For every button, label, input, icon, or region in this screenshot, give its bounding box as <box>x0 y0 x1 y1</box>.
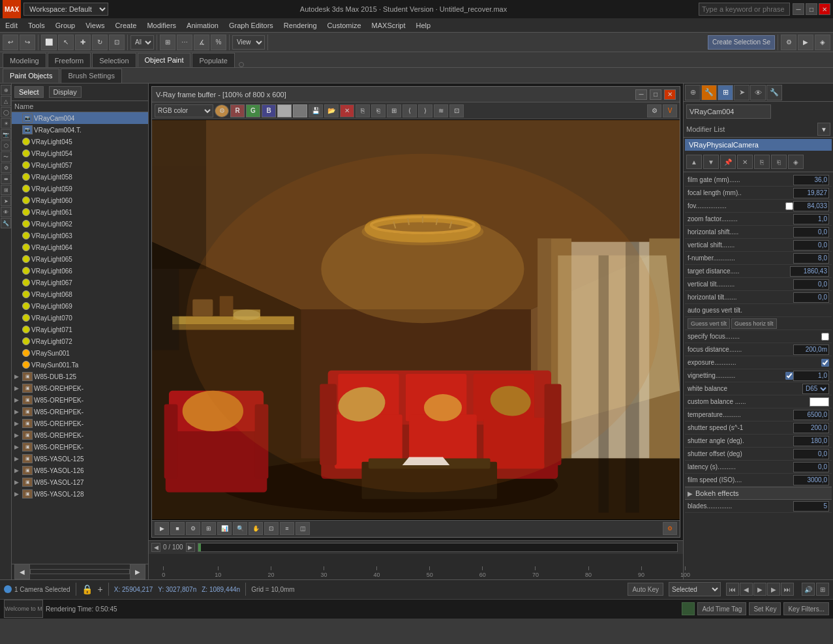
settings-button[interactable]: ⚙ <box>647 104 661 117</box>
list-item[interactable]: ▶ ▣ W85-OREHPEK- <box>12 382 148 394</box>
expander-icon[interactable]: ▶ <box>14 455 22 462</box>
select-all-button[interactable]: ⬜ <box>41 35 57 50</box>
param-focal-length-input[interactable] <box>793 188 829 198</box>
snap-button[interactable]: ⊞ <box>160 35 175 50</box>
tab-selection[interactable]: Selection <box>92 53 136 67</box>
menu-item-group[interactable]: Group <box>50 18 81 33</box>
fb-channel-button[interactable]: ⊞ <box>202 522 216 535</box>
list-item[interactable]: ▶ ▣ W85-YASOL-126 <box>12 465 148 476</box>
param-fov-input[interactable] <box>793 201 829 211</box>
list-item[interactable]: ▶ ▣ W85-OREHPEK- <box>12 441 148 453</box>
render-region-button[interactable]: ⊡ <box>449 104 464 117</box>
helpers-icon[interactable]: ⬡ <box>1 140 11 151</box>
guess-vert-tilt-button[interactable]: Guess vert tilt <box>688 318 730 329</box>
scale-button[interactable]: ⊡ <box>109 35 125 50</box>
menu-item-modifiers[interactable]: Modifiers <box>142 18 181 33</box>
workspace-selector[interactable]: Workspace: Default <box>23 3 108 16</box>
utilities-icon[interactable]: 🔧 <box>1 218 11 228</box>
geometry-icon[interactable]: △ <box>1 96 11 106</box>
modifier-icon[interactable]: ⬌ <box>1 174 11 184</box>
vray-logo-button[interactable]: V <box>663 104 677 117</box>
list-item[interactable]: VRayLight071 <box>12 324 148 335</box>
param-shutter-speed-input[interactable] <box>793 423 829 433</box>
channel-b-button[interactable]: B <box>262 104 276 117</box>
list-item[interactable]: ▶ ▣ W85-OREHPEK- <box>12 406 148 418</box>
param-zoom-input[interactable] <box>793 214 829 224</box>
redo-button[interactable]: ↪ <box>20 35 35 50</box>
tab-object-paint[interactable]: Object Paint <box>138 53 191 67</box>
param-vtilt-input[interactable] <box>793 279 829 290</box>
param-tool-paste[interactable]: ⎗ <box>771 155 787 169</box>
list-item[interactable]: VRayLight064 <box>12 241 148 253</box>
param-vignetting-input[interactable] <box>793 371 829 381</box>
list-item[interactable]: ▶ ▣ W85-DUB-125 <box>12 371 148 382</box>
circle-btn-1[interactable] <box>277 104 292 117</box>
undo-button[interactable]: ↩ <box>3 35 18 50</box>
fb-options-button[interactable]: ⚙ <box>186 522 200 535</box>
channel-r-button[interactable]: R <box>230 104 245 117</box>
shape-icon[interactable]: ◯ <box>1 107 11 117</box>
scene-panel-scrollbar[interactable] <box>30 569 130 574</box>
display-icon[interactable]: 👁 <box>1 207 11 217</box>
param-vignetting-checkbox[interactable] <box>785 372 793 380</box>
key-filters-button[interactable]: Key Filters... <box>783 602 829 615</box>
menu-item-graph-editors[interactable]: Graph Editors <box>224 18 279 33</box>
param-fdist-input[interactable] <box>793 345 829 355</box>
list-item[interactable]: VRayLight070 <box>12 312 148 324</box>
param-tool-move-down[interactable]: ▼ <box>703 155 719 169</box>
menu-item-customize[interactable]: Customize <box>322 18 367 33</box>
param-tool-pin[interactable]: 📌 <box>720 155 736 169</box>
fb-compare-button[interactable]: ◫ <box>295 522 310 535</box>
param-tool-make-unique[interactable]: ◈ <box>788 155 804 169</box>
scene-panel-nav-left[interactable]: ◀ <box>14 564 30 579</box>
expander-icon[interactable]: ▶ <box>14 491 22 497</box>
param-shutter-angle-input[interactable] <box>793 436 829 446</box>
tab-paint-objects[interactable]: Paint Objects <box>3 69 59 83</box>
fb-histogram-button[interactable]: 📊 <box>217 522 232 535</box>
list-item[interactable]: VRayLight060 <box>12 194 148 206</box>
create-selection-button[interactable]: Create Selection Se <box>708 35 775 50</box>
maximize-button[interactable]: □ <box>806 3 817 15</box>
expander-icon[interactable]: ▶ <box>14 420 22 427</box>
list-item[interactable]: VRayLight066 <box>12 265 148 277</box>
param-hshift-input[interactable] <box>793 227 829 238</box>
channel-g-button[interactable]: G <box>246 104 260 117</box>
bokeh-effects-header[interactable]: ▶ Bokeh effects <box>685 487 832 500</box>
list-item[interactable]: VRayLight045 <box>12 136 148 147</box>
tab-freeform[interactable]: Freeform <box>48 53 91 67</box>
fb-maximize-button[interactable]: □ <box>650 89 661 100</box>
list-item[interactable]: VRayLight063 <box>12 230 148 241</box>
tab-motion-icon[interactable]: ➤ <box>734 85 750 100</box>
list-item[interactable]: ▶ ▣ W85-OREHPEK- <box>12 429 148 441</box>
param-tool-move-up[interactable]: ▲ <box>686 155 702 169</box>
param-tdist-input[interactable] <box>790 266 829 277</box>
param-vshift-input[interactable] <box>793 240 829 251</box>
tab-display-icon[interactable]: 👁 <box>750 85 766 100</box>
param-tool-delete[interactable]: ✕ <box>737 155 753 169</box>
search-input[interactable] <box>699 3 790 16</box>
param-htilt-input[interactable] <box>793 292 829 303</box>
goto-start-button[interactable]: ⏮ <box>726 583 739 596</box>
material-editor-button[interactable]: ◈ <box>815 35 830 50</box>
snap3d-button[interactable]: ⋯ <box>177 35 192 50</box>
lights-icon[interactable]: ☀ <box>1 118 11 129</box>
hierarchy-icon[interactable]: ⊞ <box>1 185 11 195</box>
fb-pan-button[interactable]: ✋ <box>249 522 263 535</box>
scene-panel-nav-right[interactable]: ▶ <box>130 564 145 579</box>
selected-dropdown[interactable]: Selected <box>669 582 721 596</box>
list-item[interactable]: VRayLight059 <box>12 183 148 194</box>
list-item[interactable]: VRayLight054 <box>12 147 148 159</box>
param-film-speed-input[interactable] <box>793 475 829 485</box>
timeline-track[interactable] <box>198 543 678 552</box>
menu-item-edit[interactable]: Edit <box>0 18 23 33</box>
select-button[interactable]: ↖ <box>58 35 74 50</box>
list-item[interactable]: ▶ ▣ W85-OREHPEK- <box>12 418 148 429</box>
param-blades-input[interactable] <box>793 501 829 512</box>
menu-item-tools[interactable]: Tools <box>23 18 50 33</box>
set-key-button[interactable]: Set Key <box>749 602 781 615</box>
spacewarps-icon[interactable]: 〜 <box>1 151 11 162</box>
tab-hierarchy-icon[interactable]: ⊞ <box>718 85 733 100</box>
list-item[interactable]: VRayLight061 <box>12 206 148 218</box>
menu-item-animation[interactable]: Animation <box>181 18 224 33</box>
menu-item-maxscript[interactable]: MAXScript <box>367 18 411 33</box>
